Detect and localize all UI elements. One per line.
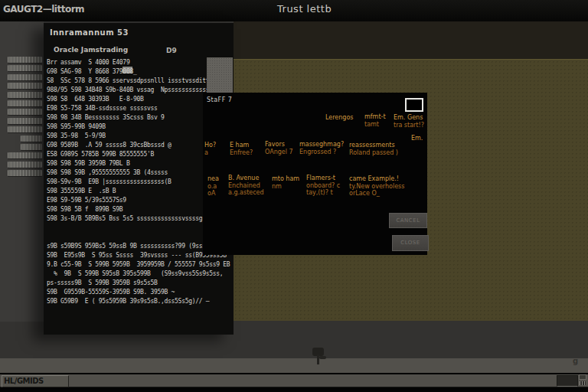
popup-dialog: StaFF 7 Lerengosmfmt-ttamtEm. Genstra st… <box>203 93 427 255</box>
clipped-text-line <box>21 144 42 150</box>
screen-bottom-edge <box>0 387 588 392</box>
dialog-text-line: Enfree? <box>230 149 253 157</box>
dialog-text-line: Em. Gens <box>394 114 424 122</box>
dialog-text-line: reassessments <box>349 142 398 149</box>
dialog-text-column: mto hamnm <box>272 175 299 190</box>
dialog-text-line: orLace O_ <box>349 190 404 198</box>
dialog-text-column: Ho?a <box>204 142 216 156</box>
menubar-app-title[interactable]: GAUGT2—littorm <box>3 4 84 15</box>
dialog-text-line: o.a <box>207 183 219 191</box>
clipped-text-line <box>8 57 42 63</box>
clipped-text-line <box>8 100 42 106</box>
terminal-line: % 9B S 599B S95sB 395s599B (S9ss9vss5Ss9… <box>47 270 230 279</box>
dialog-text-line: Ho? <box>204 142 216 149</box>
dialog-text-line: Enchained <box>228 182 264 190</box>
terminal-line: Brr assamv S 4000 E4079 <box>47 58 230 67</box>
dialog-text-line: tamt <box>364 121 386 129</box>
clipped-text-line <box>8 92 42 98</box>
taskbar-window-button[interactable]: HL/GMIDS <box>2 375 69 387</box>
dialog-text-column: reassessmentsRoland passed ) <box>349 142 398 156</box>
terminal-line: S9B G9559B-55559S-3959B S9B. 3959B ~ <box>47 288 230 297</box>
clipped-text-line <box>8 170 42 176</box>
dialog-text-line: mto ham <box>272 175 299 183</box>
dialog-title: StaFF 7 <box>207 96 232 103</box>
tray-widget-top <box>579 374 586 380</box>
dialog-text-column: Lerengos <box>325 114 353 122</box>
dialog-text-column: B. AvenueEnchaineda.g.asteced <box>228 175 264 197</box>
dialog-text-column: E hamEnfree? <box>230 142 253 156</box>
terminal-line: ps-sssss9B S 599B 3959B s9s5s5B <box>47 279 230 288</box>
tray-widget-bottom <box>579 381 586 386</box>
dialog-text-line: E ham <box>230 142 253 149</box>
dialog-text-line: mfmt-t <box>364 113 386 121</box>
dialog-text-line: Favors <box>265 141 293 149</box>
dialog-text-line: Engrossed ? <box>299 149 344 156</box>
band-glyph: g <box>573 357 578 365</box>
tray-widget-icon[interactable] <box>579 374 586 386</box>
dialog-text-line: tra start!? <box>394 122 424 129</box>
cancel-button[interactable]: Cancel <box>389 213 427 228</box>
dialog-text-column: mfmt-ttamt <box>364 113 386 128</box>
top-menubar: GAUGT2—littorm Trust lettb <box>0 0 588 21</box>
clipped-text-line <box>8 109 42 115</box>
taskbar <box>0 374 588 387</box>
dialog-text-column: masseghmag?Engrossed ? <box>299 141 344 155</box>
dialog-text-column: FavorsOAngel 7 <box>265 141 293 155</box>
dialog-text-column: neao.aoA <box>207 175 219 198</box>
dialog-text-line: B. Avenue <box>228 175 264 182</box>
desktop-screen: GAUGT2—littorm Trust lettb Innramannum 5… <box>0 0 588 392</box>
clipped-text-line <box>8 74 42 80</box>
clipped-text-line <box>8 65 42 71</box>
terminal-line: S8 SSc 578 8 5966 sservssdpssnlll issstv… <box>47 77 230 86</box>
terminal-line: G98 SAG-98 Y 8668 379008_ <box>47 67 230 77</box>
dialog-text-line: Lerengos <box>325 114 353 122</box>
status-band <box>0 358 588 373</box>
dialog-text-line: Flamers-t <box>306 175 340 182</box>
dialog-side-label: Em. <box>411 135 423 142</box>
dialog-text-line: tay,(t)? t <box>306 189 340 197</box>
dialog-text-line: ty.New overholess <box>349 183 404 191</box>
scrollbar-thumb[interactable] <box>207 57 233 93</box>
clipped-text-line <box>8 83 42 89</box>
dialog-text-line: a <box>204 149 216 157</box>
dialog-text-column: came Example.!ty.New overholessorLace O_ <box>349 175 404 198</box>
dialog-text-line: oA <box>207 190 219 198</box>
dialog-text-column: Em. Genstra start!? <box>394 114 424 129</box>
terminal-line: S9B G59B9 E ( 95s5959B 39s9s5sB.,dss5Ss5… <box>47 297 230 306</box>
clipped-text-line <box>21 136 42 142</box>
clipped-text-line <box>8 126 42 132</box>
tray-clock-box[interactable] <box>557 375 578 387</box>
dialog-text-line: nea <box>207 175 219 183</box>
checkbox[interactable] <box>405 98 423 112</box>
close-button[interactable]: Close <box>392 235 429 251</box>
clipped-text-line <box>8 152 42 158</box>
terminal-title: Innramannum 53 <box>50 28 129 37</box>
dialog-text-line: onboard? c <box>306 182 340 190</box>
dialog-text-line: nm <box>272 183 299 191</box>
terminal-subtitle: Oracle Jamstrading <box>54 46 128 54</box>
dialog-text-line: masseghmag? <box>299 141 344 149</box>
dialog-text-line: Roland passed ) <box>349 149 398 157</box>
clipped-text-line <box>8 162 42 168</box>
menubar-window-title: Trust lettb <box>277 3 332 15</box>
dialog-text-line: came Example.! <box>349 175 404 183</box>
terminal-subtitle-value: D9 <box>166 47 177 54</box>
clipped-text-line <box>8 118 42 124</box>
sprout-icon[interactable] <box>309 346 330 366</box>
dialog-text-column: Flamers-tonboard? ctay,(t)? t <box>306 175 340 197</box>
dialog-text-line: OAngel 7 <box>265 149 293 156</box>
dialog-text-line: a.g.asteced <box>228 189 264 197</box>
sprout-icon-leaf <box>319 356 326 359</box>
terminal-line: 9.B c55-9B S 599B 5959B 3959959B / 55555… <box>47 260 230 270</box>
